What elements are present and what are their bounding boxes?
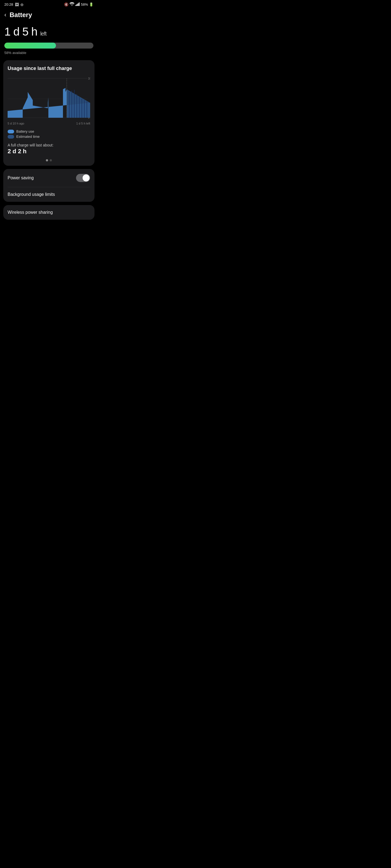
- status-time: 20:28: [4, 2, 13, 6]
- battery-time-value: 1 d 5 h left: [4, 25, 93, 38]
- svg-rect-3: [79, 2, 80, 6]
- legend-item-estimated: Estimated time: [8, 134, 90, 138]
- wireless-sharing-label: Wireless power sharing: [8, 210, 53, 215]
- power-settings-card: Power saving Background usage limits: [3, 169, 94, 202]
- background-usage-label: Background usage limits: [8, 192, 55, 197]
- wireless-sharing-item[interactable]: Wireless power sharing: [3, 205, 94, 220]
- back-button[interactable]: ‹: [4, 11, 6, 19]
- legend-item-battery-use: Battery use: [8, 129, 90, 133]
- power-saving-item[interactable]: Power saving: [3, 169, 94, 187]
- legend-color-estimated: [8, 135, 14, 138]
- status-right: 🔇 58% 🔋: [64, 2, 93, 7]
- battery-bar-fill: [4, 42, 56, 49]
- dot-2: [50, 159, 52, 161]
- battery-available-label: 58% available: [0, 50, 98, 57]
- svg-rect-2: [78, 3, 79, 6]
- legend-label-estimated: Estimated time: [16, 134, 40, 138]
- status-bar: 20:28 🖼 ⊖ 🔇 58% 🔋: [0, 0, 98, 8]
- battery-time-remaining: 1 d 5 h left: [0, 21, 98, 39]
- wifi-icon: [69, 2, 75, 7]
- chart-legend: Battery use Estimated time: [8, 129, 90, 138]
- status-left: 20:28 🖼 ⊖: [4, 2, 24, 7]
- legend-color-battery-use: [8, 130, 14, 133]
- page-header: ‹ Battery: [0, 8, 98, 21]
- svg-rect-1: [77, 4, 77, 6]
- battery-bar: [4, 42, 93, 49]
- battery-bar-section: [0, 39, 98, 50]
- full-charge-info: A full charge will last about: 2 d 2 h: [8, 143, 90, 155]
- full-charge-value: 2 d 2 h: [8, 148, 90, 155]
- chart-labels: 5 d 10 h ago 1 d 5 h left: [8, 121, 90, 127]
- chart-label-right: 1 d 5 h left: [76, 122, 90, 125]
- power-saving-toggle[interactable]: [76, 174, 90, 182]
- signal-icon: [76, 2, 80, 7]
- dnd-icon: ⊖: [20, 2, 24, 7]
- mute-icon: 🔇: [64, 2, 68, 6]
- power-saving-label: Power saving: [8, 176, 34, 180]
- background-usage-item[interactable]: Background usage limits: [3, 187, 94, 202]
- svg-text:100: 100: [88, 77, 90, 80]
- toggle-knob: [83, 175, 90, 182]
- screenshot-icon: 🖼: [15, 2, 19, 7]
- usage-card: Usage since last full charge 100 0%: [3, 60, 94, 166]
- page-title: Battery: [9, 11, 32, 19]
- battery-icon: 🔋: [89, 2, 93, 6]
- page-indicator: [8, 159, 90, 161]
- full-charge-label: A full charge will last about:: [8, 143, 90, 147]
- svg-rect-0: [76, 5, 76, 6]
- legend-label-battery-use: Battery use: [16, 129, 34, 133]
- dot-1: [46, 159, 48, 161]
- chart-label-left: 5 d 10 h ago: [8, 122, 24, 125]
- battery-chart: 100 0%: [8, 76, 90, 119]
- usage-title: Usage since last full charge: [8, 66, 90, 71]
- wireless-card: Wireless power sharing: [3, 205, 94, 220]
- battery-percent: 58%: [81, 2, 88, 6]
